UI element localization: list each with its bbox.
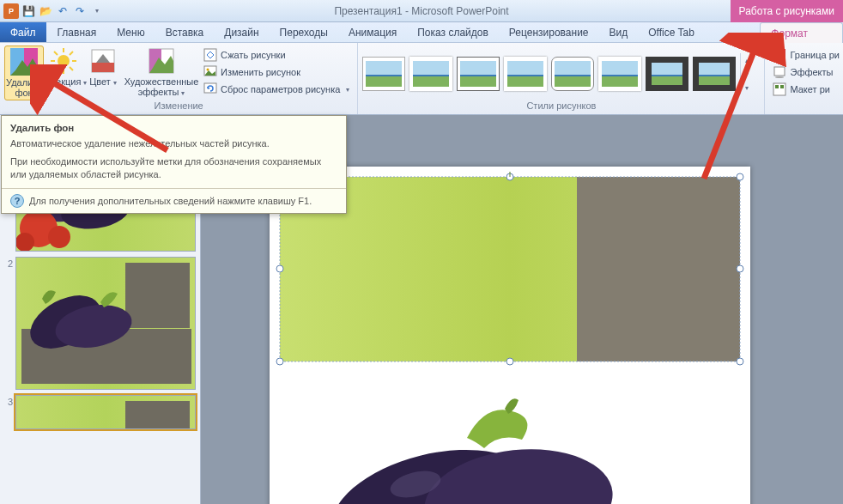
svg-line-10 [54,67,58,70]
remove-bg-icon [10,48,38,76]
current-slide[interactable] [270,167,750,504]
style-thumb-2[interactable] [409,57,452,91]
style-thumb-7[interactable] [646,57,688,91]
slide-num-2: 2 [3,257,15,390]
svg-point-21 [775,76,784,78]
qat-more-icon[interactable]: ▾ [89,3,105,19]
tooltip-body1: Автоматическое удаление нежелательных ча… [10,137,337,150]
color-button[interactable]: Цвет [83,46,123,100]
change-picture-icon [203,65,217,79]
tab-insert[interactable]: Вставка [155,22,215,42]
group-picture-styles: ▴ ▾ ▾ Стили рисунков [358,43,765,114]
svg-point-29 [15,233,34,252]
style-thumb-6[interactable] [598,57,641,91]
open-icon[interactable]: 📂 [38,3,53,19]
tab-animation[interactable]: Анимация [338,22,407,42]
group-styles-label: Стили рисунков [362,100,760,114]
svg-line-9 [70,52,73,55]
svg-rect-12 [92,63,114,72]
picture-style-gallery: ▴ ▾ ▾ [362,46,752,100]
remove-bg-tooltip: Удалить фон Автоматическое удаление неже… [1,115,347,214]
app-icon[interactable]: P [3,3,19,19]
style-thumb-1[interactable] [362,57,405,91]
svg-rect-24 [780,85,784,88]
format-small-list: Граница ри Эффекты Макет ри [769,46,843,100]
style-thumb-5[interactable] [551,57,594,91]
tab-review[interactable]: Рецензирование [499,22,599,42]
gallery-scroll: ▴ ▾ ▾ [740,53,752,94]
color-icon [89,47,117,75]
picture-border-button[interactable]: Граница ри [769,47,843,63]
brightness-icon [50,47,77,75]
group-picture-format: Граница ри Эффекты Макет ри [765,43,843,114]
tab-view[interactable]: Вид [599,22,639,42]
group-adjust: Удалить фон оррекция [0,43,358,114]
group-adjust-label: Изменение [4,100,353,114]
undo-icon[interactable]: ↶ [55,3,70,19]
help-icon: ? [10,194,24,208]
reset-picture-button[interactable]: Сброс параметров рисунка [200,82,353,97]
slide-thumb-wrap-3: 3 [3,395,197,429]
tab-format[interactable]: Формат [760,22,843,43]
svg-rect-19 [774,50,785,60]
artistic-icon [148,47,175,75]
ribbon-content: Удалить фон оррекция [0,43,843,115]
style-thumb-3[interactable] [457,57,500,91]
gallery-scroll-up[interactable]: ▴ [741,53,752,67]
svg-point-28 [48,226,70,248]
picture-layout-button[interactable]: Макет ри [769,82,843,97]
eggplant-image[interactable] [321,398,613,504]
gallery-scroll-down[interactable]: ▾ [741,67,752,81]
picture-tools-label: Работа с рисунками [731,0,843,22]
effects-icon [773,65,786,79]
svg-rect-23 [775,85,779,88]
tab-menu[interactable]: Меню [106,22,155,42]
layout-icon [773,82,786,96]
style-thumb-4[interactable] [504,57,547,91]
change-picture-button[interactable]: Изменить рисунок [200,64,353,80]
slide-thumb-2[interactable] [15,257,196,390]
title-bar: P 💾 📂 ↶ ↷ ▾ Презентация1 - Microsoft Pow… [0,0,843,22]
svg-point-2 [58,55,70,67]
compress-icon [203,48,217,62]
slide-thumb-3[interactable] [15,395,196,429]
svg-line-7 [54,52,58,55]
remove-background-button[interactable]: Удалить фон [4,46,44,100]
save-icon[interactable]: 💾 [21,3,36,19]
tab-slideshow[interactable]: Показ слайдов [407,22,499,42]
tab-home[interactable]: Главная [47,22,107,42]
svg-rect-20 [774,67,785,76]
svg-line-8 [70,67,73,70]
adjust-small-list: Сжать рисунки Изменить рисунок Сброс пар… [200,46,353,100]
tooltip-title: Удалить фон [2,116,346,136]
eggplants-icon [18,275,138,356]
quick-access-toolbar: P 💾 📂 ↶ ↷ ▾ [0,3,105,19]
tab-transitions[interactable]: Переходы [270,22,338,42]
svg-rect-15 [204,49,216,61]
window-title: Презентация1 - Microsoft PowerPoint [0,5,843,17]
gallery-more[interactable]: ▾ [741,81,752,94]
compress-pictures-button[interactable]: Сжать рисунки [200,47,353,63]
slide-thumb-wrap-2: 2 [3,257,197,390]
reset-icon [203,82,217,96]
slide-num-3: 3 [3,395,15,429]
tab-design[interactable]: Дизайн [214,22,269,42]
tooltip-help: ? Для получения дополнительных сведений … [2,188,346,213]
tab-office-tab[interactable]: Office Tab [638,22,705,42]
corrections-button[interactable]: оррекция [44,46,83,100]
artistic-effects-button[interactable]: Художественные эффекты [123,46,200,100]
picture-effects-button[interactable]: Эффекты [769,64,843,80]
ribbon-tabs: Файл Главная Меню Вставка Дизайн Переход… [0,22,843,43]
tooltip-body2: При необходимости используйте метки для … [10,155,337,181]
style-thumb-8[interactable] [693,57,736,91]
border-icon [773,48,786,62]
redo-icon[interactable]: ↷ [72,3,88,19]
slide-title-placeholder[interactable] [577,177,740,361]
tab-file[interactable]: Файл [0,22,46,42]
